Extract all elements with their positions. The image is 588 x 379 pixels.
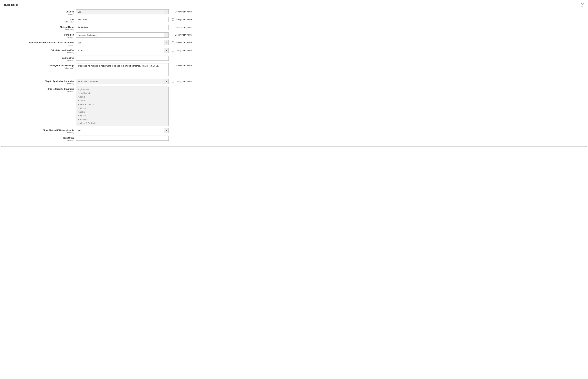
label-ship-applicable: Ship to Applicable Countries: [45, 80, 74, 82]
sysval-label-method-name: Use system value: [175, 26, 192, 28]
row-error-message: Displayed Error Message [store view] Use…: [4, 63, 584, 77]
row-calc-handling-fee: Calculate Handling Fee [website] Fixed U…: [4, 48, 584, 54]
sysval-label-title: Use system value: [175, 18, 192, 21]
country-option[interactable]: Angola: [76, 110, 168, 114]
scope-title: [store view]: [4, 21, 74, 23]
row-title: Title [store view] Use system value: [4, 17, 584, 23]
sysval-label-include-virtual: Use system value: [175, 41, 192, 44]
select-enabled[interactable]: Yes: [76, 9, 169, 15]
row-show-method: Show Method if Not Applicable [website] …: [4, 128, 584, 134]
scope-method-name: [store view]: [4, 29, 74, 31]
country-option[interactable]: Antarctica: [76, 118, 168, 121]
country-option[interactable]: Antigua & Barbuda: [76, 121, 168, 125]
chevron-up-icon: [582, 4, 583, 6]
scope-include-virtual: [website]: [4, 44, 74, 46]
scope-show-method: [website]: [4, 132, 74, 134]
country-option[interactable]: American Samoa: [76, 102, 168, 106]
scope-ship-specific: [website]: [4, 90, 74, 92]
checkbox-sysval-title[interactable]: [172, 18, 174, 21]
select-calc-handling-fee[interactable]: Fixed: [76, 48, 169, 53]
row-handling-fee: Handling Fee [website]: [4, 56, 584, 61]
input-sort-order[interactable]: [76, 136, 169, 141]
chevron-down-icon: [166, 11, 167, 13]
scope-calc-handling-fee: [website]: [4, 52, 74, 54]
panel-title: Table Rates: [4, 3, 18, 6]
row-ship-applicable: Ship to Applicable Countries [website] A…: [4, 79, 584, 85]
chevron-down-icon: [166, 130, 167, 131]
label-calc-handling-fee: Calculate Handling Fee: [50, 49, 74, 51]
country-option[interactable]: Afghanistan: [76, 87, 168, 91]
panel-header: Table Rates: [1, 1, 587, 8]
sysval-label-condition: Use system value: [175, 34, 192, 36]
chevron-down-icon: [166, 34, 167, 36]
label-method-name: Method Name: [60, 26, 74, 28]
dropdown-trigger-include-virtual[interactable]: [164, 40, 169, 45]
chevron-down-icon: [166, 50, 167, 51]
dropdown-trigger-ship-applicable[interactable]: [164, 79, 169, 84]
sysval-label-calc-handling-fee: Use system value: [175, 49, 192, 51]
scope-sort-order: [website]: [4, 139, 74, 141]
multiselect-countries[interactable]: AfghanistanÅland IslandsAlbaniaAlgeriaAm…: [76, 87, 169, 126]
row-method-name: Method Name [store view] Use system valu…: [4, 25, 584, 31]
country-option[interactable]: Andorra: [76, 106, 168, 110]
label-error-message: Displayed Error Message: [49, 64, 74, 67]
dropdown-trigger-enabled[interactable]: [164, 9, 169, 15]
input-title[interactable]: [76, 17, 169, 22]
scope-ship-applicable: [website]: [4, 83, 74, 85]
textarea-error-message[interactable]: [76, 63, 169, 76]
checkbox-sysval-error-message[interactable]: [172, 64, 174, 67]
dropdown-trigger-show-method[interactable]: [164, 128, 169, 133]
sysval-label-ship-applicable: Use system value: [175, 80, 192, 82]
row-enabled: Enabled [website] Yes Use system value: [4, 9, 584, 15]
country-option[interactable]: Åland Islands: [76, 91, 168, 95]
checkbox-sysval-include-virtual[interactable]: [172, 42, 174, 44]
select-ship-applicable[interactable]: All Allowed Countries: [76, 79, 169, 84]
checkbox-sysval-ship-applicable[interactable]: [172, 80, 174, 82]
row-ship-specific: Ship to Specific Countries [website] Afg…: [4, 87, 584, 126]
scope-condition: [website]: [4, 36, 74, 38]
label-enabled: Enabled: [66, 11, 74, 13]
chevron-down-icon: [166, 42, 167, 44]
table-rates-panel: Table Rates Enabled [website] Yes: [1, 1, 587, 147]
form-body: Enabled [website] Yes Use system value T…: [1, 8, 587, 146]
input-handling-fee[interactable]: [76, 56, 169, 61]
checkbox-sysval-method-name[interactable]: [172, 26, 174, 28]
scope-enabled: [website]: [4, 13, 74, 15]
select-include-virtual[interactable]: Yes: [76, 40, 169, 45]
sysval-label-enabled: Use system value: [175, 11, 192, 13]
label-ship-specific: Ship to Specific Countries: [48, 88, 74, 90]
select-show-method[interactable]: No: [76, 128, 169, 133]
label-title: Title: [70, 18, 74, 21]
row-include-virtual: Include Virtual Products in Price Calcul…: [4, 40, 584, 46]
country-option[interactable]: Anguilla: [76, 114, 168, 118]
dropdown-trigger-condition[interactable]: [164, 32, 169, 38]
label-include-virtual: Include Virtual Products in Price Calcul…: [29, 41, 74, 44]
country-option[interactable]: Algeria: [76, 99, 168, 102]
label-condition: Condition: [64, 34, 74, 36]
input-method-name[interactable]: [76, 25, 169, 30]
country-option[interactable]: Albania: [76, 95, 168, 99]
chevron-down-icon: [166, 81, 167, 82]
checkbox-sysval-calc-handling-fee[interactable]: [172, 49, 174, 51]
dropdown-trigger-calc-handling-fee[interactable]: [164, 48, 169, 53]
collapse-button[interactable]: [581, 3, 584, 7]
sysval-label-error-message: Use system value: [175, 64, 192, 67]
label-sort-order: Sort Order: [63, 137, 74, 139]
scope-handling-fee: [website]: [4, 59, 74, 61]
scope-error-message: [store view]: [4, 67, 74, 69]
row-condition: Condition [website] Price vs. Destinatio…: [4, 32, 584, 38]
select-condition[interactable]: Price vs. Destination: [76, 32, 169, 38]
row-sort-order: Sort Order [website]: [4, 136, 584, 141]
checkbox-sysval-enabled[interactable]: [172, 11, 174, 13]
label-show-method: Show Method if Not Applicable: [43, 129, 74, 131]
checkbox-sysval-condition[interactable]: [172, 34, 174, 36]
label-handling-fee: Handling Fee: [61, 57, 74, 59]
